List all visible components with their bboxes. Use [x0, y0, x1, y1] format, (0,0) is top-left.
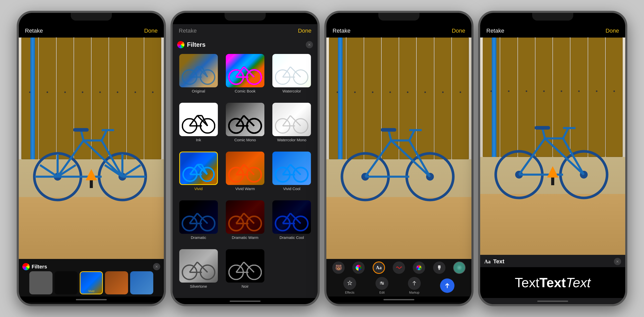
filter-cell-dramaticcool[interactable]: Dramatic Cool: [270, 200, 314, 246]
markup-icon: [408, 277, 421, 290]
filter-thumb-warm[interactable]: [105, 271, 128, 294]
emoji-tool[interactable]: 🐻: [332, 262, 345, 274]
edit-icon: [375, 277, 388, 290]
filter-cell-dramatic[interactable]: Dramatic: [177, 200, 220, 246]
markup-action[interactable]: Markup: [408, 277, 421, 294]
svg-line-48: [244, 116, 254, 126]
effects-action[interactable]: Effects: [343, 277, 356, 294]
camera-arrow-1: [86, 169, 97, 188]
colorwheel-tool[interactable]: [413, 262, 425, 274]
filter-thumb-vivid-label: Vivid: [80, 290, 102, 293]
status-bar-3: [326, 13, 471, 24]
retake-button-3[interactable]: Retake: [333, 27, 351, 34]
edit-action[interactable]: Edit: [375, 277, 388, 294]
filter-cell-watercolor[interactable]: Watercolor: [270, 54, 314, 100]
effects-icon: [343, 277, 356, 290]
send-button[interactable]: [440, 278, 454, 293]
lens-tool[interactable]: [453, 262, 466, 274]
text-tool-label: Aa: [376, 265, 382, 271]
filter-name-vividcool: Vivid Cool: [283, 187, 300, 191]
squiggle-tool[interactable]: [393, 262, 405, 274]
svg-line-95: [244, 262, 254, 272]
svg-line-15: [40, 165, 58, 176]
done-button-3[interactable]: Done: [452, 27, 465, 34]
filter-preview-bike-dw: [226, 200, 264, 234]
filter-preview-bike-vivid: [180, 152, 217, 184]
brush-icon: [436, 265, 442, 271]
filter-cell-watercolormono[interactable]: Watercolor Mono: [270, 103, 314, 148]
filter-preview-bike-dc: [272, 200, 311, 234]
close-filters-1[interactable]: ✕: [153, 263, 160, 270]
close-filters-2[interactable]: ✕: [306, 41, 313, 48]
filter-cell-vividcool[interactable]: Vivid Cool: [270, 152, 314, 197]
viewfinder-4: [480, 38, 625, 255]
svg-rect-107: [381, 128, 396, 132]
filter-name-watercolor: Watercolor: [282, 89, 301, 93]
done-button-4[interactable]: Done: [605, 27, 619, 34]
color-tool[interactable]: [352, 262, 365, 274]
filter-preview-bike-ink: [179, 103, 218, 136]
filters-label-1: Filters: [32, 264, 47, 270]
svg-line-123: [563, 138, 584, 175]
filters-header: Filters ✕: [173, 38, 318, 51]
svg-line-11: [102, 130, 107, 141]
squiggle-icon: [396, 266, 402, 270]
filter-cell-original[interactable]: Original: [177, 54, 220, 100]
svg-rect-126: [535, 126, 550, 129]
home-indicator-1: [19, 296, 164, 303]
filter-cell-comicmono[interactable]: Comic Mono: [223, 103, 267, 148]
filter-cell-ink[interactable]: Ink: [177, 103, 220, 148]
filter-preview-bike-comic: [226, 54, 264, 87]
filters-iris-icon: [177, 41, 184, 48]
bottom-toolbar-1: Filters ✕ Vivid: [19, 259, 164, 304]
filter-preview-bike-n: [226, 249, 264, 283]
text-style-demo: Text Text Text: [480, 267, 625, 298]
filters-title: Filters: [187, 41, 205, 48]
phone-4: Retake Done: [478, 11, 627, 306]
filter-cell-noir[interactable]: Noir: [223, 249, 267, 295]
filters-grid: Original Comic Book: [173, 51, 318, 298]
filter-thumb-vivid[interactable]: Vivid: [80, 271, 103, 294]
filter-thumb-bw2[interactable]: [55, 271, 78, 294]
filter-cell-comicbook[interactable]: Comic Book: [223, 54, 267, 100]
text-samples-display: Text Text Text: [515, 275, 591, 290]
phone-2: Retake Done Filters ✕: [171, 11, 320, 306]
done-button-2[interactable]: Done: [298, 27, 311, 34]
filter-cell-vivid[interactable]: Vivid: [177, 152, 220, 197]
send-arrow-icon: [444, 283, 450, 289]
camera-arrow-4: [547, 166, 558, 185]
filter-cell-silvertone[interactable]: Silvertone: [177, 249, 220, 295]
text-header-left: Aa Text: [484, 258, 504, 265]
svg-line-14: [58, 165, 76, 176]
brush-tool[interactable]: [433, 262, 445, 274]
filter-name-dramatic: Dramatic: [191, 235, 206, 240]
retake-button-4[interactable]: Retake: [486, 27, 504, 34]
home-bar-1: [76, 299, 107, 300]
svg-line-104: [409, 141, 430, 177]
phones-container: Retake Done: [17, 11, 627, 306]
markup-pen-icon: [411, 280, 418, 287]
svg-line-127: [563, 128, 568, 138]
svg-line-31: [244, 67, 254, 77]
star-icon: [346, 280, 353, 287]
filter-preview-bike: [179, 54, 218, 87]
filter-name-watercolormono: Watercolor Mono: [277, 138, 306, 142]
close-text-panel[interactable]: ✕: [614, 258, 621, 265]
filter-thumb-cool[interactable]: [130, 271, 153, 294]
filter-name-noir: Noir: [242, 284, 249, 288]
filters-icon-1: [22, 263, 30, 270]
svg-point-114: [381, 282, 382, 283]
filter-cell-dramaticwarm[interactable]: Dramatic Warm: [223, 200, 267, 246]
retake-button-2[interactable]: Retake: [179, 27, 197, 34]
filter-name-comicmono: Comic Mono: [234, 138, 256, 142]
markup-toolbar-3: 🐻 Aa: [326, 259, 471, 304]
done-button-1[interactable]: Done: [144, 27, 158, 34]
retake-button-1[interactable]: Retake: [25, 27, 43, 34]
filter-preview-bike-vw: [226, 152, 264, 185]
status-bar-1: [19, 13, 164, 24]
svg-line-80: [244, 213, 254, 223]
filter-thumb-bw1[interactable]: [29, 271, 52, 294]
tools-row: 🐻 Aa: [328, 262, 469, 274]
filter-cell-vividwarm[interactable]: Vivid Warm: [223, 152, 267, 197]
text-tool[interactable]: Aa: [373, 262, 385, 274]
